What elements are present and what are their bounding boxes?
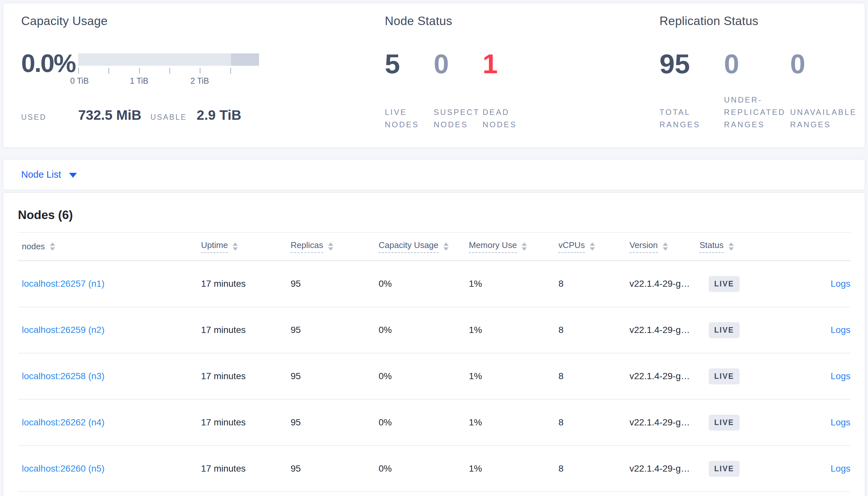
dead-nodes-count: 1 xyxy=(482,53,517,75)
node-link[interactable]: localhost:26257 (n1) xyxy=(22,279,105,289)
usable-label: USABLE xyxy=(151,113,187,122)
caret-down-icon xyxy=(69,173,77,178)
logs-link[interactable]: Logs xyxy=(830,325,850,335)
sort-icon xyxy=(729,243,734,251)
nodes-table-panel: Nodes (6) nodes Uptime Replicas Capacity… xyxy=(3,192,865,496)
capacity-usage-cell: 0% xyxy=(379,371,469,382)
uptime-cell: 17 minutes xyxy=(201,325,290,335)
node-link[interactable]: localhost:26260 (n5) xyxy=(22,463,105,474)
logs-link[interactable]: Logs xyxy=(830,279,850,289)
used-value: 732.5 MiB xyxy=(78,107,141,123)
capacity-usage-footer: USED 732.5 MiB USABLE 2.9 TiB xyxy=(21,107,385,123)
status-badge: LIVE xyxy=(709,461,739,477)
memory-use-cell: 1% xyxy=(469,325,558,335)
total-ranges-label: TOTAL RANGES xyxy=(659,106,724,131)
uptime-cell: 17 minutes xyxy=(201,417,290,428)
version-cell: v22.1.4-29-g… xyxy=(629,371,700,382)
capacity-axis-ticks xyxy=(78,68,259,74)
uptime-cell: 17 minutes xyxy=(201,463,290,474)
status-badge: LIVE xyxy=(709,415,739,431)
logs-link[interactable]: Logs xyxy=(830,463,850,474)
column-header-memory-use[interactable]: Memory Use xyxy=(469,240,558,253)
vcpus-cell: 8 xyxy=(558,279,629,289)
node-link[interactable]: localhost:26258 (n3) xyxy=(22,371,105,381)
sort-icon xyxy=(522,243,527,251)
usable-value: 2.9 TiB xyxy=(197,107,241,123)
node-status-section: Node Status 5 LIVE NODES 0 SUSPECT NODES… xyxy=(385,3,659,148)
replicas-cell: 95 xyxy=(290,279,379,289)
axis-label: 1 TiB xyxy=(130,76,149,86)
under-replicated-ranges-stat: 0 UNDER- REPLICATED RANGES xyxy=(724,53,790,131)
column-header-capacity-usage[interactable]: Capacity Usage xyxy=(379,240,469,253)
live-nodes-stat: 5 LIVE NODES xyxy=(385,53,434,131)
replicas-cell: 95 xyxy=(290,325,379,335)
axis-tick xyxy=(78,68,79,74)
memory-use-cell: 1% xyxy=(469,417,558,428)
live-nodes-count: 5 xyxy=(385,53,434,75)
replicas-cell: 95 xyxy=(290,463,379,474)
version-cell: v22.1.4-29-g… xyxy=(629,463,700,474)
sort-icon xyxy=(328,243,333,251)
capacity-bar-chart: 0 TiB 1 TiB 2 TiB xyxy=(78,53,259,87)
sort-icon xyxy=(590,243,595,251)
memory-use-cell: 1% xyxy=(469,279,558,289)
vcpus-cell: 8 xyxy=(558,417,629,428)
sort-icon xyxy=(663,243,668,251)
table-row: localhost:26258 (n3) 17 minutes 95 0% 1%… xyxy=(18,354,850,400)
uptime-cell: 17 minutes xyxy=(201,371,290,382)
column-header-nodes[interactable]: nodes xyxy=(18,242,201,252)
vcpus-cell: 8 xyxy=(558,371,629,382)
dead-nodes-label: DEAD NODES xyxy=(482,106,517,131)
version-cell: v22.1.4-29-g… xyxy=(629,325,700,335)
replication-status-section: Replication Status 95 TOTAL RANGES 0 UND… xyxy=(659,3,865,148)
column-header-vcpus[interactable]: vCPUs xyxy=(558,240,629,253)
dead-nodes-stat: 1 DEAD NODES xyxy=(482,53,517,131)
logs-link[interactable]: Logs xyxy=(830,371,850,381)
used-label: USED xyxy=(21,113,78,122)
status-badge: LIVE xyxy=(709,368,739,384)
column-header-status[interactable]: Status xyxy=(700,240,775,253)
memory-use-cell: 1% xyxy=(469,371,558,382)
capacity-axis-labels: 0 TiB 1 TiB 2 TiB xyxy=(78,76,259,87)
column-header-version[interactable]: Version xyxy=(629,240,700,253)
axis-tick xyxy=(139,68,140,74)
node-link[interactable]: localhost:26262 (n4) xyxy=(22,417,105,427)
table-row: localhost:26262 (n4) 17 minutes 95 0% 1%… xyxy=(18,400,850,446)
uptime-cell: 17 minutes xyxy=(201,279,290,289)
capacity-usage-cell: 0% xyxy=(379,325,469,335)
column-header-uptime[interactable]: Uptime xyxy=(201,240,290,253)
suspect-nodes-count: 0 xyxy=(434,53,482,75)
axis-tick xyxy=(108,68,109,74)
total-ranges-count: 95 xyxy=(659,53,724,75)
capacity-bar xyxy=(78,53,259,66)
replicas-cell: 95 xyxy=(290,371,379,382)
replicas-cell: 95 xyxy=(290,417,379,428)
node-link[interactable]: localhost:26259 (n2) xyxy=(22,325,105,335)
column-header-replicas[interactable]: Replicas xyxy=(290,240,379,253)
cluster-summary-panel: Capacity Usage 0.0% 0 TiB 1 TiB xyxy=(3,3,865,148)
vcpus-cell: 8 xyxy=(558,463,629,474)
table-body: localhost:26257 (n1) 17 minutes 95 0% 1%… xyxy=(18,261,850,492)
capacity-usage-cell: 0% xyxy=(379,417,469,428)
node-status-title: Node Status xyxy=(385,14,659,28)
status-badge: LIVE xyxy=(709,276,739,292)
status-badge: LIVE xyxy=(709,322,739,338)
capacity-usage-cell: 0% xyxy=(379,279,469,289)
axis-label: 0 TiB xyxy=(70,76,89,86)
sort-icon xyxy=(50,243,55,251)
view-selector-bar: Node List xyxy=(3,159,865,190)
capacity-usage-section: Capacity Usage 0.0% 0 TiB 1 TiB xyxy=(21,3,385,148)
axis-tick xyxy=(169,68,170,74)
nodes-table-title: Nodes (6) xyxy=(18,208,850,222)
capacity-bar-dark-segment xyxy=(231,53,259,66)
capacity-used-percent: 0.0% xyxy=(21,53,78,87)
axis-tick xyxy=(200,68,200,74)
node-list-dropdown[interactable]: Node List xyxy=(21,169,61,180)
memory-use-cell: 1% xyxy=(469,463,558,474)
unavailable-ranges-stat: 0 UNAVAILABLE RANGES xyxy=(790,53,857,131)
axis-label: 2 TiB xyxy=(191,76,209,86)
replication-status-title: Replication Status xyxy=(659,14,865,28)
unavailable-ranges-count: 0 xyxy=(790,53,857,75)
total-ranges-stat: 95 TOTAL RANGES xyxy=(659,53,724,131)
logs-link[interactable]: Logs xyxy=(830,417,850,427)
